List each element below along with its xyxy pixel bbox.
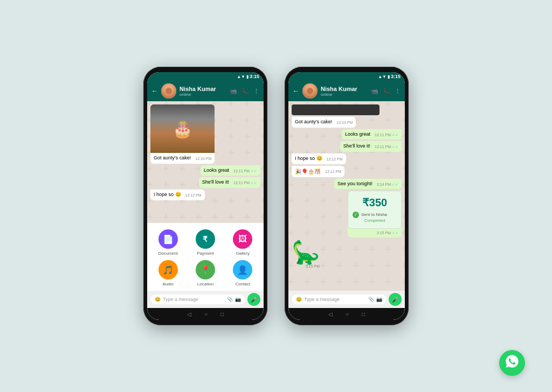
msg-time-li: 12:11 PM ✓✓ xyxy=(375,144,398,149)
voice-call-icon-2[interactable]: 📞 xyxy=(383,88,390,95)
status-icons-2: ▲▼ ▮ 3:15 xyxy=(378,74,401,79)
payment-message: ₹350 ✓ Sent to Nisha Completed 3:15 PM ✓… xyxy=(348,191,402,237)
ticks-pay: ✓✓ xyxy=(392,231,398,235)
status-icons-1: ▲▼ ▮ 3:15 xyxy=(237,74,259,79)
input-placeholder-1: Type a message xyxy=(163,297,198,302)
message-hope-so-2: I hope so 😊 12:12 PM xyxy=(292,153,346,164)
more-options-icon[interactable]: ⋮ xyxy=(253,88,259,95)
nav-bar-2: ◁ ○ □ xyxy=(288,308,405,320)
ticks-syt: ✓✓ xyxy=(392,183,398,186)
cake-visual xyxy=(150,104,215,153)
more-options-icon-2[interactable]: ⋮ xyxy=(395,88,401,95)
payment-label: Payment xyxy=(197,251,214,256)
avatar-image-2 xyxy=(302,83,318,99)
nav-bar-1: ◁ ○ □ xyxy=(147,308,264,320)
gallery-label: Gallery xyxy=(236,251,250,256)
message-input-2[interactable]: 😊 Type a message 📎 📷 xyxy=(292,295,387,304)
attach-contact[interactable]: 👤 Contact xyxy=(226,260,259,286)
payment-bubble: ₹350 ✓ Sent to Nisha Completed xyxy=(348,191,402,228)
attach-location[interactable]: 📍 Location xyxy=(189,260,222,286)
emoji-icon-2[interactable]: 😊 xyxy=(296,297,302,302)
message-input-1[interactable]: 😊 Type a message 📎 📷 xyxy=(150,295,245,304)
back-nav-1[interactable]: ◁ xyxy=(187,311,191,317)
message-looks-great-2: Looks great 12:11 PM ✓✓ xyxy=(342,129,402,140)
home-nav-2[interactable]: ○ xyxy=(346,311,349,317)
header-2: ← Nisha Kumar online 📹 📞 ⋮ xyxy=(288,81,405,101)
dinosaur-sticker: 🦕 xyxy=(292,241,320,264)
contact-name-1: Nisha Kumar xyxy=(180,86,226,92)
recent-nav-1[interactable]: □ xyxy=(220,311,224,317)
avatar-1 xyxy=(161,83,176,99)
contact-status-2: online xyxy=(321,92,368,97)
payment-check-icon: ✓ xyxy=(353,212,359,218)
input-bar-2: 😊 Type a message 📎 📷 🎤 xyxy=(288,291,405,308)
battery-icon-2: ▮ xyxy=(388,74,390,79)
phone-2-screen: ▲▼ ▮ 3:15 ← Nisha Kumar online 📹 📞 xyxy=(288,72,405,320)
phone-2: ▲▼ ▮ 3:15 ← Nisha Kumar online 📹 📞 xyxy=(285,67,409,325)
message-looks-great: Looks great 12:11 PM ✓✓ xyxy=(201,165,260,176)
sticker-message: 🦕 3:15 PM xyxy=(292,239,320,271)
gallery-icon: 🖼 xyxy=(233,229,252,249)
document-label: Document xyxy=(158,251,177,256)
msg-time-got-cake: 12:10 PM xyxy=(336,120,353,125)
back-button-2[interactable]: ← xyxy=(293,87,299,95)
msg-time-lg: 12:11 PM ✓✓ xyxy=(375,132,398,137)
payment-sent-info: ✓ Sent to Nisha xyxy=(353,212,397,218)
ticks-lg: ✓✓ xyxy=(392,133,398,137)
attach-payment[interactable]: ₹ Payment xyxy=(189,229,222,256)
location-label: Location xyxy=(197,282,213,286)
header-1: ← Nisha Kumar online 📹 📞 ⋮ xyxy=(147,81,264,101)
status-bar-2: ▲▼ ▮ 3:15 xyxy=(288,72,405,81)
chat-background-1: Got aunty's cake! 12:10 PM ↪ Looks great… xyxy=(147,101,264,223)
attach-icon-1[interactable]: 📎 xyxy=(227,297,233,302)
msg-time-4: 12:12 PM xyxy=(185,193,202,198)
message-emoji: 🎉🎈🎂🎊 12:12 PM xyxy=(292,166,344,177)
contact-label: Contact xyxy=(236,282,251,286)
attach-gallery[interactable]: 🖼 Gallery xyxy=(226,229,259,256)
whatsapp-icon xyxy=(505,354,520,373)
voice-call-icon[interactable]: 📞 xyxy=(242,88,249,95)
header-actions-1: 📹 📞 ⋮ xyxy=(230,88,259,95)
message-love-it: She'll love it! 12:11 PM ✓✓ xyxy=(199,177,260,188)
status-bar-1: ▲▼ ▮ 3:15 xyxy=(147,72,264,81)
battery-icon: ▮ xyxy=(246,74,249,79)
attach-icon-2[interactable]: 📎 xyxy=(368,297,374,302)
payment-sent-text: Sent to Nisha xyxy=(361,212,387,218)
camera-icon-2[interactable]: 📷 xyxy=(376,297,382,302)
payment-amount: ₹350 xyxy=(353,195,397,209)
recent-nav-2[interactable]: □ xyxy=(362,311,365,317)
camera-icon-1[interactable]: 📷 xyxy=(235,297,241,302)
payment-icon: ₹ xyxy=(196,229,215,249)
whatsapp-logo xyxy=(499,350,525,376)
msg-time-2: 12:11 PM ✓✓ xyxy=(233,169,257,173)
document-icon: 📄 xyxy=(158,229,178,249)
ticks-li: ✓✓ xyxy=(392,145,398,149)
audio-label: Audio xyxy=(162,282,173,286)
message-cake-image: Got aunty's cake! 12:10 PM ↪ xyxy=(150,104,215,164)
contact-icon: 👤 xyxy=(233,260,252,279)
back-button-1[interactable]: ← xyxy=(151,87,158,95)
header-info-1: Nisha Kumar online xyxy=(180,86,226,97)
msg-time-3: 12:11 PM ✓✓ xyxy=(233,180,257,185)
signal-icon-2: ▲▼ xyxy=(378,74,387,79)
msg-time-syt: 3:14 PM ✓✓ xyxy=(377,182,398,187)
back-nav-2[interactable]: ◁ xyxy=(328,311,333,317)
message-see-tonight: See you tonight! 3:14 PM ✓✓ xyxy=(334,179,402,190)
avatar-image-1 xyxy=(161,83,176,99)
message-got-cake: Got aunty's cake! 12:10 PM xyxy=(292,117,356,128)
message-hope-so: I hope so 😊 12:12 PM xyxy=(150,190,205,200)
input-bar-1: 😊 Type a message 📎 📷 🎤 xyxy=(147,291,264,308)
video-call-icon-2[interactable]: 📹 xyxy=(371,88,378,95)
video-call-icon[interactable]: 📹 xyxy=(230,88,237,95)
home-nav-1[interactable]: ○ xyxy=(204,311,208,317)
avatar-2 xyxy=(302,83,318,99)
msg-time-emoji: 12:12 PM xyxy=(325,169,341,174)
image-thumbnail xyxy=(292,104,380,115)
location-icon: 📍 xyxy=(196,260,215,279)
attach-document[interactable]: 📄 Document xyxy=(151,229,184,256)
attach-audio[interactable]: 🎵 Audio xyxy=(151,260,184,286)
emoji-icon-1[interactable]: 😊 xyxy=(155,297,161,302)
chat-background-2: Got aunty's cake! 12:10 PM Looks great 1… xyxy=(288,101,405,291)
mic-button-2[interactable]: 🎤 xyxy=(389,293,402,306)
mic-button-1[interactable]: 🎤 xyxy=(247,293,260,306)
